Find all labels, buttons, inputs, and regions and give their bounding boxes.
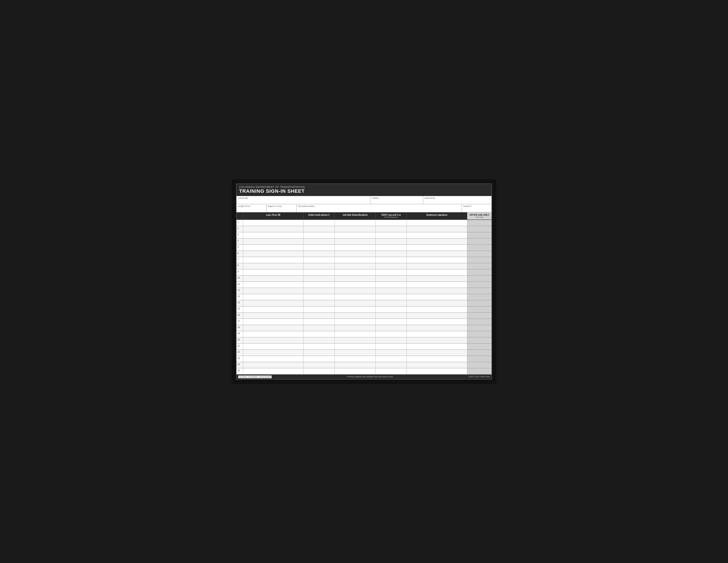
row-office[interactable] xyxy=(467,337,492,343)
row-job[interactable] xyxy=(335,350,376,356)
row-job[interactable] xyxy=(335,356,376,362)
row-phone[interactable] xyxy=(304,319,335,325)
row-phone[interactable] xyxy=(304,288,335,294)
row-job[interactable] xyxy=(335,288,376,294)
row-office[interactable] xyxy=(467,356,492,362)
row-office[interactable] xyxy=(467,269,492,275)
row-job[interactable] xyxy=(335,263,376,269)
row-job[interactable] xyxy=(335,331,376,337)
row-phone[interactable] xyxy=(304,238,335,244)
row-office[interactable] xyxy=(467,282,492,288)
row-office[interactable] xyxy=(467,226,492,232)
row-office[interactable] xyxy=(467,275,492,282)
row-phone[interactable] xyxy=(304,331,335,337)
row-job[interactable] xyxy=(335,325,376,331)
row-signature[interactable] xyxy=(407,307,467,313)
row-job[interactable] xyxy=(335,344,376,350)
row-name[interactable] xyxy=(243,251,304,257)
row-job[interactable] xyxy=(335,294,376,300)
row-signature[interactable] xyxy=(407,269,467,275)
row-name[interactable] xyxy=(243,220,304,226)
row-signature[interactable] xyxy=(407,325,467,331)
row-name[interactable] xyxy=(243,344,304,350)
row-job[interactable] xyxy=(335,269,376,275)
row-job[interactable] xyxy=(335,319,376,325)
row-phone[interactable] xyxy=(304,307,335,313)
row-name[interactable] xyxy=(243,269,304,275)
row-name[interactable] xyxy=(243,331,304,337)
row-signature[interactable] xyxy=(407,288,467,294)
row-office[interactable] xyxy=(467,244,492,250)
row-phone[interactable] xyxy=(304,350,335,356)
row-job[interactable] xyxy=(335,251,376,257)
row-office[interactable] xyxy=(467,294,492,300)
sched-id-cell[interactable]: Sched ID xyxy=(462,204,492,212)
row-office[interactable] xyxy=(467,331,492,337)
row-phone[interactable] xyxy=(304,269,335,275)
row-phone[interactable] xyxy=(304,275,335,282)
row-office[interactable] xyxy=(467,307,492,313)
row-phone[interactable] xyxy=(304,300,335,306)
row-phone[interactable] xyxy=(304,294,335,300)
row-org[interactable] xyxy=(376,344,407,350)
row-phone[interactable] xyxy=(304,232,335,238)
row-signature[interactable] xyxy=(407,257,467,263)
row-org[interactable] xyxy=(376,294,407,300)
row-job[interactable] xyxy=(335,226,376,232)
row-signature[interactable] xyxy=(407,238,467,244)
row-office[interactable] xyxy=(467,368,492,374)
row-org[interactable] xyxy=(376,319,407,325)
row-office[interactable] xyxy=(467,313,492,319)
row-job[interactable] xyxy=(335,307,376,313)
row-job[interactable] xyxy=(335,362,376,368)
row-name[interactable] xyxy=(243,275,304,282)
row-signature[interactable] xyxy=(407,368,467,374)
row-name[interactable] xyxy=(243,263,304,269)
row-phone[interactable] xyxy=(304,356,335,362)
row-signature[interactable] xyxy=(407,220,467,226)
row-office[interactable] xyxy=(467,232,492,238)
row-phone[interactable] xyxy=(304,263,335,269)
row-signature[interactable] xyxy=(407,294,467,300)
row-job[interactable] xyxy=(335,238,376,244)
row-job[interactable] xyxy=(335,313,376,319)
row-office[interactable] xyxy=(467,220,492,226)
length-cell[interactable]: Length (# hrs) xyxy=(236,204,266,212)
row-name[interactable] xyxy=(243,362,304,368)
row-org[interactable] xyxy=(376,288,407,294)
row-phone[interactable] xyxy=(304,368,335,374)
row-signature[interactable] xyxy=(407,319,467,325)
course-title-cell[interactable]: Course title xyxy=(236,196,371,204)
row-phone[interactable] xyxy=(304,282,335,288)
row-name[interactable] xyxy=(243,307,304,313)
row-phone[interactable] xyxy=(304,362,335,368)
row-job[interactable] xyxy=(335,257,376,263)
row-name[interactable] xyxy=(243,232,304,238)
row-signature[interactable] xyxy=(407,275,467,282)
row-name[interactable] xyxy=(243,288,304,294)
region-cell[interactable]: Region # or HQ xyxy=(266,204,296,212)
row-signature[interactable] xyxy=(407,350,467,356)
row-name[interactable] xyxy=(243,257,304,263)
row-signature[interactable] xyxy=(407,300,467,306)
row-office[interactable] xyxy=(467,300,492,306)
row-org[interactable] xyxy=(376,325,407,331)
row-org[interactable] xyxy=(376,232,407,238)
row-office[interactable] xyxy=(467,251,492,257)
row-office[interactable] xyxy=(467,238,492,244)
row-org[interactable] xyxy=(376,244,407,250)
row-signature[interactable] xyxy=(407,362,467,368)
row-phone[interactable] xyxy=(304,251,335,257)
row-name[interactable] xyxy=(243,282,304,288)
row-org[interactable] xyxy=(376,362,407,368)
dates-cell[interactable]: Date(s) xyxy=(371,196,423,204)
row-job[interactable] xyxy=(335,275,376,282)
row-name[interactable] xyxy=(243,244,304,250)
row-org[interactable] xyxy=(376,350,407,356)
row-office[interactable] xyxy=(467,362,492,368)
row-name[interactable] xyxy=(243,368,304,374)
instructor-cell[interactable]: Instructor(s) xyxy=(423,196,492,204)
row-org[interactable] xyxy=(376,356,407,362)
row-name[interactable] xyxy=(243,294,304,300)
row-signature[interactable] xyxy=(407,344,467,350)
